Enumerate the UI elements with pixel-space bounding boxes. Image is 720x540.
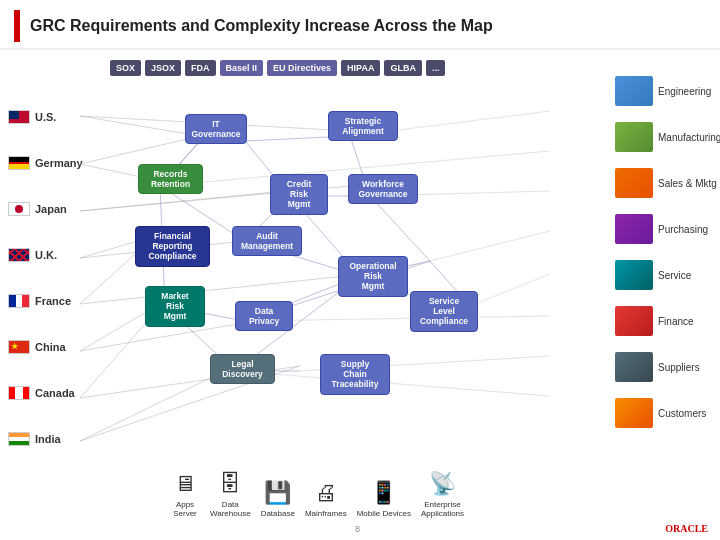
- node-workforce-governance: WorkforceGovernance: [348, 174, 418, 204]
- dept-photo-manufacturing: [615, 122, 653, 152]
- dept-photo-engineering: [615, 76, 653, 106]
- dept-photo-purchasing: [615, 214, 653, 244]
- dept-finance: Finance: [615, 300, 720, 342]
- reg-more: ...: [426, 60, 446, 76]
- country-us: U.S.: [8, 110, 80, 124]
- country-label-uk: U.K.: [35, 249, 57, 261]
- content-area: U.S. Germany Japan U.K. France China Can…: [0, 50, 720, 530]
- dept-label-service: Service: [658, 270, 691, 281]
- flag-cn: [8, 340, 30, 354]
- node-financial-reporting: FinancialReportingCompliance: [135, 226, 210, 267]
- country-in: India: [8, 432, 80, 446]
- node-audit-management: AuditManagement: [232, 226, 302, 256]
- dept-photo-customers: [615, 398, 653, 428]
- dept-label-engineering: Engineering: [658, 86, 711, 97]
- node-market-risk: MarketRiskMgmt: [145, 286, 205, 327]
- dept-customers: Customers: [615, 392, 720, 434]
- oracle-logo: ORACLE: [665, 523, 708, 534]
- node-it-governance: ITGovernance: [185, 114, 247, 144]
- reg-basel: Basel II: [220, 60, 264, 76]
- reg-hipaa: HIPAA: [341, 60, 380, 76]
- dept-photo-sales: [615, 168, 653, 198]
- icon-enterprise: 📡 EnterpriseApplications: [421, 470, 464, 518]
- departments-column: Engineering Manufacturing Sales & Mktg P…: [615, 50, 720, 530]
- apps-server-label: AppsServer: [173, 500, 197, 518]
- data-warehouse-label: DataWarehouse: [210, 500, 251, 518]
- svg-line-9: [80, 276, 345, 304]
- red-accent-bar: [14, 10, 20, 42]
- dept-label-manufacturing: Manufacturing: [658, 132, 720, 143]
- slide-header: GRC Requirements and Complexity Increase…: [0, 0, 720, 50]
- reg-glba: GLBA: [384, 60, 422, 76]
- country-label-us: U.S.: [35, 111, 56, 123]
- reg-eu: EU Directives: [267, 60, 337, 76]
- oracle-footer: ORACLE: [665, 523, 708, 534]
- node-data-privacy: DataPrivacy: [235, 301, 293, 331]
- icon-mainframes: 🖨 Mainframes: [305, 479, 347, 518]
- dept-label-suppliers: Suppliers: [658, 362, 700, 373]
- country-label-de: Germany: [35, 157, 83, 169]
- svg-line-44: [235, 371, 550, 396]
- flag-in: [8, 432, 30, 446]
- diagram-area: SOX JSOX FDA Basel II EU Directives HIPA…: [80, 50, 615, 530]
- country-ca: Canada: [8, 386, 80, 400]
- node-strategic-alignment: StrategicAlignment: [328, 111, 398, 141]
- dept-engineering: Engineering: [615, 70, 720, 112]
- flag-fr: [8, 294, 30, 308]
- dept-label-sales: Sales & Mktg: [658, 178, 717, 189]
- reg-jsox: JSOX: [145, 60, 181, 76]
- node-records-retention: RecordsRetention: [138, 164, 203, 194]
- svg-line-26: [370, 196, 430, 261]
- network-diagram: ITGovernance StrategicAlignment RecordsR…: [80, 86, 615, 476]
- country-label-cn: China: [35, 341, 66, 353]
- icon-database: 💾 Database: [261, 479, 295, 518]
- database-icon: 💾: [263, 479, 293, 507]
- dept-label-purchasing: Purchasing: [658, 224, 708, 235]
- dept-label-finance: Finance: [658, 316, 694, 327]
- country-cn: China: [8, 340, 80, 354]
- dept-suppliers: Suppliers: [615, 346, 720, 388]
- database-label: Database: [261, 509, 295, 518]
- icon-mobile: 📱 Mobile Devices: [357, 479, 411, 518]
- node-supply-chain: SupplyChainTraceability: [320, 354, 390, 395]
- country-fr: France: [8, 294, 80, 308]
- svg-line-3: [80, 136, 200, 164]
- icon-apps-server: 🖥 AppsServer: [170, 470, 200, 518]
- mainframes-icon: 🖨: [311, 479, 341, 507]
- slide-title: GRC Requirements and Complexity Increase…: [30, 17, 493, 35]
- icon-data-warehouse: 🗄 DataWarehouse: [210, 470, 251, 518]
- countries-column: U.S. Germany Japan U.K. France China Can…: [0, 50, 80, 530]
- country-label-jp: Japan: [35, 203, 67, 215]
- country-label-in: India: [35, 433, 61, 445]
- reg-fda: FDA: [185, 60, 216, 76]
- node-service-level: ServiceLevelCompliance: [410, 291, 478, 332]
- country-jp: Japan: [8, 202, 80, 216]
- regulation-tabs: SOX JSOX FDA Basel II EU Directives HIPA…: [80, 60, 615, 76]
- country-uk: U.K.: [8, 248, 80, 262]
- flag-uk: [8, 248, 30, 262]
- dept-photo-service: [615, 260, 653, 290]
- mobile-devices-icon: 📱: [369, 479, 399, 507]
- page-number: 8: [355, 524, 360, 534]
- flag-de: [8, 156, 30, 170]
- node-legal-discovery: LegalDiscovery: [210, 354, 275, 384]
- mainframes-label: Mainframes: [305, 509, 347, 518]
- dept-photo-suppliers: [615, 352, 653, 382]
- flag-us: [8, 110, 30, 124]
- dept-service: Service: [615, 254, 720, 296]
- flag-ca: [8, 386, 30, 400]
- dept-sales: Sales & Mktg: [615, 162, 720, 204]
- dept-manufacturing: Manufacturing: [615, 116, 720, 158]
- dept-label-customers: Customers: [658, 408, 706, 419]
- enterprise-label: EnterpriseApplications: [421, 500, 464, 518]
- country-label-ca: Canada: [35, 387, 75, 399]
- flag-jp: [8, 202, 30, 216]
- svg-line-40: [430, 231, 550, 261]
- node-operational-risk: OperationalRiskMgmt: [338, 256, 408, 297]
- dept-purchasing: Purchasing: [615, 208, 720, 250]
- country-de: Germany: [8, 156, 80, 170]
- reg-sox: SOX: [110, 60, 141, 76]
- bottom-icons-row: 🖥 AppsServer 🗄 DataWarehouse 💾 Database …: [160, 470, 505, 518]
- mobile-label: Mobile Devices: [357, 509, 411, 518]
- dept-photo-finance: [615, 306, 653, 336]
